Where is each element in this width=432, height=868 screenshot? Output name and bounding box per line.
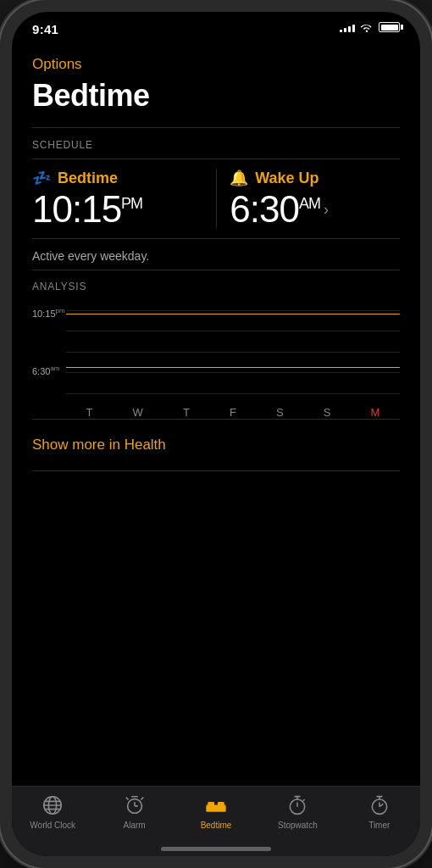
svg-rect-12 <box>206 810 225 812</box>
wakeup-chevron-icon: › <box>324 201 329 219</box>
svg-point-21 <box>372 799 386 814</box>
signal-icon <box>340 22 355 32</box>
bedtime-item[interactable]: 💤 Bedtime 10:15PM <box>32 169 202 228</box>
day-s1: S <box>276 406 284 419</box>
bedtime-zzz-icon: 💤 <box>32 169 51 187</box>
grid-line-1 <box>66 310 400 311</box>
wakeup-item[interactable]: 🔔 Wake Up 6:30AM › <box>230 169 400 228</box>
tab-world-clock-label: World Clock <box>30 821 75 830</box>
svg-rect-13 <box>208 802 214 806</box>
day-f: F <box>230 406 236 419</box>
svg-line-8 <box>125 798 128 800</box>
phone-frame: 9:41 Options Bedtim <box>0 0 432 868</box>
tab-stopwatch-label: Stopwatch <box>278 821 318 830</box>
chart-bottom-label: 6:30AM <box>32 364 60 376</box>
svg-line-9 <box>141 798 143 800</box>
tab-alarm-label: Alarm <box>124 821 146 830</box>
notch <box>152 12 280 36</box>
grid-line-3 <box>66 352 400 353</box>
status-time: 9:41 <box>32 22 58 36</box>
bedtime-label-row: 💤 Bedtime <box>32 169 202 187</box>
day-w: W <box>133 406 143 419</box>
tab-stopwatch[interactable]: Stopwatch <box>268 793 327 830</box>
app-content[interactable]: Options Bedtime SCHEDULE 💤 Bedtime <box>12 49 420 786</box>
tab-alarm[interactable]: Alarm <box>105 793 164 830</box>
chart-grid <box>66 310 400 393</box>
schedule-label: SCHEDULE <box>32 139 93 151</box>
schedule-row: 💤 Bedtime 10:15PM 🔔 Wake Up <box>32 169 400 228</box>
wakeup-time: 6:30AM <box>230 191 320 228</box>
grid-line-2 <box>66 331 400 331</box>
alarm-icon <box>123 793 147 817</box>
health-bottom-divider <box>32 470 400 471</box>
world-clock-icon <box>41 793 64 817</box>
wifi-icon <box>360 22 374 32</box>
chart-area: 10:15PM 6:30AM <box>32 300 400 419</box>
phone-screen: 9:41 Options Bedtim <box>12 12 420 856</box>
chart-top-label: 10:15PM <box>32 307 65 319</box>
tab-timer[interactable]: Timer <box>350 793 409 830</box>
tab-world-clock[interactable]: World Clock <box>23 793 82 830</box>
schedule-label-container: SCHEDULE <box>12 128 420 152</box>
analysis-section: ANALYSIS 10:15PM <box>12 270 420 419</box>
chart-bottom-line <box>66 367 400 368</box>
stopwatch-icon <box>285 793 309 817</box>
day-t2: T <box>183 406 190 419</box>
tab-bedtime-label: Bedtime <box>201 821 232 830</box>
schedule-section: 💤 Bedtime 10:15PM 🔔 Wake Up <box>12 159 420 238</box>
tab-bedtime[interactable]: Bedtime <box>186 793 246 830</box>
day-t1: T <box>86 406 93 419</box>
chart-days-row: T W T F S S M <box>66 406 400 419</box>
page-title: Bedtime <box>32 78 150 113</box>
home-indicator <box>161 847 271 851</box>
wakeup-label: Wake Up <box>255 170 318 187</box>
schedule-vertical-divider <box>216 169 217 228</box>
wakeup-label-row: 🔔 Wake Up <box>230 169 400 187</box>
options-link[interactable]: Options <box>32 56 400 73</box>
wakeup-time-row: 6:30AM › <box>230 191 400 228</box>
day-m: M <box>371 406 380 419</box>
bedtime-label: Bedtime <box>58 170 118 187</box>
analysis-label-wrapper: ANALYSIS <box>32 270 400 293</box>
svg-point-16 <box>291 799 305 814</box>
active-text: Active every weekday. <box>12 239 420 270</box>
status-icons <box>340 22 400 32</box>
day-s2: S <box>324 406 331 419</box>
wakeup-bell-icon: 🔔 <box>230 169 248 187</box>
grid-line-5 <box>66 393 400 394</box>
svg-rect-14 <box>218 802 224 806</box>
battery-icon <box>379 22 400 32</box>
bedtime-time: 10:15PM <box>32 191 202 228</box>
show-health-link[interactable]: Show more in Health <box>12 420 420 470</box>
svg-line-20 <box>303 799 305 801</box>
header-section: Options Bedtime <box>12 49 420 127</box>
grid-line-4 <box>66 372 400 373</box>
tab-timer-label: Timer <box>368 821 390 830</box>
analysis-label: ANALYSIS <box>32 281 86 292</box>
bedtime-tab-icon <box>204 793 228 817</box>
timer-icon <box>368 793 391 817</box>
tab-bar: World Clock Alarm <box>12 786 420 856</box>
